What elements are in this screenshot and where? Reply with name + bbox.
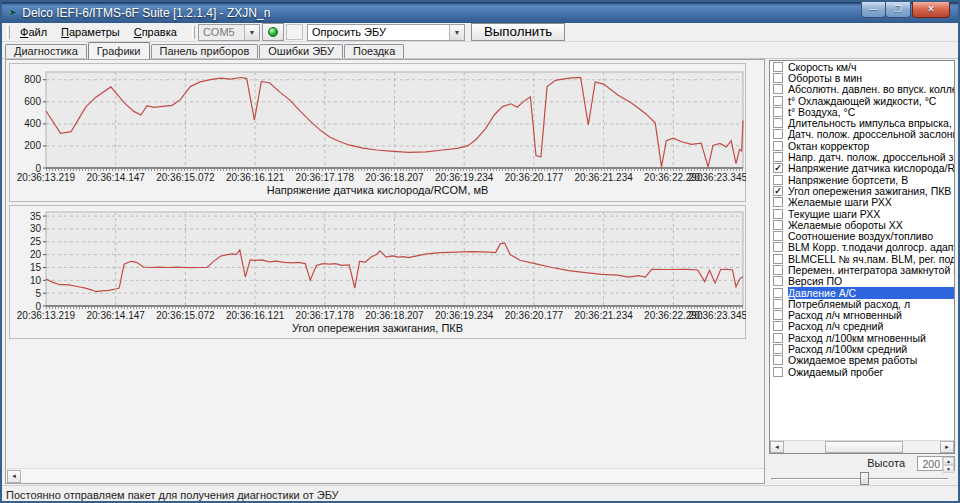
- list-item[interactable]: Напряжение бортсети, В: [770, 174, 954, 185]
- close-button[interactable]: ✕: [912, 2, 950, 18]
- checkbox-icon[interactable]: [773, 321, 783, 331]
- checkbox-checked-icon[interactable]: ✓: [773, 163, 783, 173]
- spin-up-icon[interactable]: ▲: [943, 457, 954, 465]
- zoom-slider[interactable]: [769, 472, 955, 485]
- checkbox-icon[interactable]: [773, 197, 783, 207]
- list-item[interactable]: Абсолютн. давлен. во впуск. коллекторе, …: [770, 84, 954, 95]
- checkbox-icon[interactable]: [773, 220, 783, 230]
- slider-thumb[interactable]: [860, 472, 869, 485]
- list-item[interactable]: Версия ПО: [770, 276, 954, 287]
- command-select[interactable]: Опросить ЭБУ ▼: [307, 24, 465, 41]
- checkbox-icon[interactable]: [773, 73, 783, 83]
- checkbox-icon[interactable]: [773, 254, 783, 264]
- list-item[interactable]: Желаемые шаги РХХ: [770, 197, 954, 208]
- toolbar-grip[interactable]: [7, 26, 10, 39]
- list-item[interactable]: t° Охлаждающей жидкости, °С: [770, 95, 954, 106]
- checkbox-icon[interactable]: [773, 62, 783, 72]
- com-port-select[interactable]: COM5 ▼: [198, 24, 260, 41]
- checkbox-icon[interactable]: [773, 367, 783, 377]
- checkbox-icon[interactable]: [773, 209, 783, 219]
- list-item[interactable]: Расход л/ч мгновенный: [770, 310, 954, 321]
- checkbox-icon[interactable]: [773, 288, 783, 298]
- checkbox-icon[interactable]: [773, 276, 783, 286]
- x-tick-label: 20:36:19.234: [435, 310, 494, 321]
- y-tick-label: 600: [24, 96, 41, 107]
- blank-button[interactable]: [286, 24, 303, 40]
- list-item[interactable]: Скорость км/ч: [770, 61, 954, 72]
- scrollbar-track[interactable]: [784, 441, 940, 453]
- menu-item-options[interactable]: Параметры: [54, 24, 127, 40]
- scroll-right-icon[interactable]: ►: [940, 441, 954, 453]
- checkbox-icon[interactable]: [773, 231, 783, 241]
- x-tick-label: 20:36:21.234: [574, 172, 633, 183]
- list-item[interactable]: Давление А/С: [770, 287, 954, 298]
- x-tick-label: 20:36:23.345: [689, 310, 746, 321]
- checkbox-icon[interactable]: [773, 299, 783, 309]
- list-item[interactable]: t° Воздуха, °С: [770, 106, 954, 117]
- maximize-button[interactable]: ❐: [886, 2, 911, 18]
- x-tick-label: 20:36:17.178: [296, 172, 355, 183]
- checkbox-icon[interactable]: [773, 265, 783, 275]
- list-item[interactable]: Октан корректор: [770, 140, 954, 151]
- height-spinner[interactable]: 200 ▲ ▼: [917, 456, 955, 471]
- checkbox-icon[interactable]: [773, 96, 783, 106]
- connect-button[interactable]: [262, 23, 284, 41]
- list-item[interactable]: Текущие шаги РХХ: [770, 208, 954, 219]
- checkbox-checked-icon[interactable]: ✓: [773, 186, 783, 196]
- checkbox-icon[interactable]: [773, 84, 783, 94]
- x-tick-label: 20:36:20.177: [505, 310, 564, 321]
- scroll-left-icon[interactable]: ◄: [7, 470, 21, 483]
- list-item-label: Потребляемый расход, л: [788, 298, 954, 310]
- list-item[interactable]: Расход л/100км мгновенный: [770, 332, 954, 343]
- checkbox-icon[interactable]: [773, 152, 783, 162]
- checkbox-icon[interactable]: [773, 129, 783, 139]
- list-item[interactable]: ✓Напряжение датчика кислорода/RCOM, мВ: [770, 163, 954, 174]
- scrollbar-thumb[interactable]: [825, 441, 903, 453]
- y-tick-label: 200: [24, 140, 41, 151]
- checkbox-icon[interactable]: [773, 107, 783, 117]
- checkbox-icon[interactable]: [773, 118, 783, 128]
- list-item[interactable]: Потребляемый расход, л: [770, 298, 954, 309]
- charts-horizontal-scrollbar[interactable]: ◄: [6, 468, 764, 483]
- list-item[interactable]: Обороты в мин: [770, 72, 954, 83]
- chevron-down-icon[interactable]: ▼: [244, 25, 259, 40]
- list-item[interactable]: Напр. датч. полож. дроссельной заслонки,…: [770, 151, 954, 162]
- checkbox-icon[interactable]: [773, 344, 783, 354]
- ignition-chart: 0510152025303520:36:13.21920:36:14.14720…: [10, 206, 746, 322]
- minimize-button[interactable]: —: [861, 2, 886, 18]
- checkbox-icon[interactable]: [773, 355, 783, 365]
- checkbox-icon[interactable]: [773, 175, 783, 185]
- green-led-icon: [268, 27, 278, 37]
- scroll-left-icon[interactable]: ◄: [770, 441, 784, 453]
- menu-item-file[interactable]: Файл: [13, 24, 54, 40]
- list-item[interactable]: BLMCELL № яч.пам. BLM, рег. подачу топли…: [770, 253, 954, 264]
- list-item[interactable]: Желаемые обороты ХХ: [770, 219, 954, 230]
- tab-dashboard[interactable]: Панель приборов: [151, 44, 259, 58]
- title-bar[interactable]: ➤ Delco IEFI-6/ITMS-6F Suite [1.2.1.4] -…: [2, 2, 958, 23]
- execute-button[interactable]: Выполнить: [471, 23, 565, 41]
- list-item[interactable]: Датч. полож. дроссельной заслонки, %: [770, 129, 954, 140]
- checkbox-icon[interactable]: [773, 141, 783, 151]
- toolbar-grip[interactable]: [192, 26, 195, 39]
- chevron-down-icon[interactable]: ▼: [449, 25, 464, 40]
- list-item[interactable]: Расход л/ч средний: [770, 321, 954, 332]
- list-horizontal-scrollbar[interactable]: ◄ ►: [770, 440, 954, 453]
- tab-trip[interactable]: Поездка: [344, 44, 404, 58]
- tab-ecu-errors[interactable]: Ошибки ЭБУ: [259, 44, 343, 58]
- tab-graphs[interactable]: Графики: [88, 42, 150, 59]
- tab-diagnostics[interactable]: Диагностика: [5, 44, 87, 58]
- list-item[interactable]: Перемен. интегратора замкнутой петли топ…: [770, 264, 954, 275]
- checkbox-icon[interactable]: [773, 333, 783, 343]
- list-item[interactable]: Длительность импульса впрыска, мс: [770, 117, 954, 128]
- checkbox-icon[interactable]: [773, 242, 783, 252]
- list-item[interactable]: Ожидаемое время работы: [770, 355, 954, 366]
- list-item[interactable]: Ожидаемый пробег: [770, 366, 954, 377]
- list-item[interactable]: Соотношение воздух/топливо: [770, 230, 954, 241]
- menu-item-help[interactable]: Справка: [127, 24, 184, 40]
- checkbox-icon[interactable]: [773, 310, 783, 320]
- list-item[interactable]: ✓Угол опережения зажигания, ПКВ: [770, 185, 954, 196]
- list-item[interactable]: Расход л/100км средний: [770, 343, 954, 354]
- y-tick-label: 800: [24, 74, 41, 85]
- oxygen-chart: 020040060080020:36:13.21920:36:14.14720:…: [10, 64, 746, 184]
- list-item[interactable]: BLM Корр. т.подачи долгоср. адаптации: [770, 242, 954, 253]
